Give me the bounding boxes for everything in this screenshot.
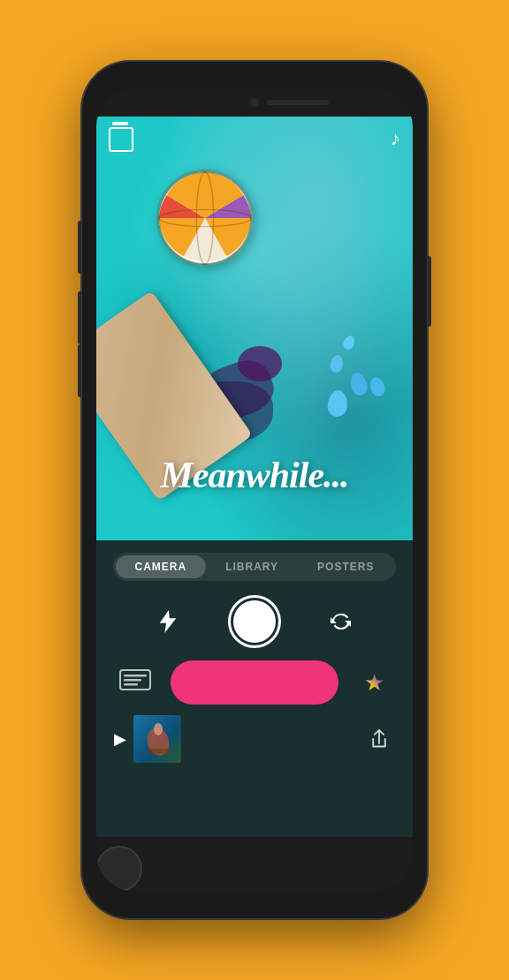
tab-camera[interactable]: CAMERA xyxy=(116,555,207,578)
tab-library[interactable]: LIBRARY xyxy=(206,555,298,578)
play-thumbnail-area[interactable]: ▶ xyxy=(114,715,181,763)
flip-camera-button[interactable] xyxy=(325,606,357,637)
main-screen: ♪ Meanwhile... CAMERA LIBRARY POSTERS xyxy=(96,117,413,837)
svg-rect-6 xyxy=(124,679,141,682)
svg-rect-12 xyxy=(147,749,171,754)
svg-point-11 xyxy=(154,723,163,735)
tab-bar: CAMERA LIBRARY POSTERS xyxy=(113,553,397,581)
message-button[interactable] xyxy=(118,665,153,700)
svg-rect-5 xyxy=(124,675,147,677)
splatter-2 xyxy=(238,346,282,381)
sparkle-button[interactable]: ★ xyxy=(356,665,391,700)
sparkle-star-icon: ★ xyxy=(364,669,384,697)
svg-rect-7 xyxy=(124,683,138,686)
flash-button[interactable] xyxy=(152,606,184,637)
preview-area: ♪ Meanwhile... xyxy=(96,117,413,540)
layers-icon[interactable] xyxy=(109,127,133,152)
play-icon: ▶ xyxy=(114,729,126,749)
bottom-row: ▶ xyxy=(96,715,413,763)
phone-screen: ♪ Meanwhile... CAMERA LIBRARY POSTERS xyxy=(96,88,413,892)
video-thumbnail xyxy=(133,715,181,763)
tab-posters[interactable]: POSTERS xyxy=(298,555,393,578)
home-button[interactable] xyxy=(96,846,142,892)
front-camera-dot xyxy=(250,98,259,107)
controls-area: CAMERA LIBRARY POSTERS xyxy=(96,540,413,837)
record-row: ★ xyxy=(96,660,413,705)
speaker-grille xyxy=(267,100,329,105)
phone-top-bar xyxy=(96,88,413,117)
shutter-button[interactable] xyxy=(228,595,281,648)
overlay-text: Meanwhile... xyxy=(96,454,413,496)
phone-frame: ♪ Meanwhile... CAMERA LIBRARY POSTERS xyxy=(82,62,427,918)
shutter-inner xyxy=(233,600,276,643)
music-icon[interactable]: ♪ xyxy=(391,127,400,150)
record-button[interactable] xyxy=(171,660,338,705)
camera-controls-row xyxy=(96,595,413,648)
beach-ball-sticker xyxy=(156,170,254,267)
share-button[interactable] xyxy=(363,723,395,755)
thumb-bg xyxy=(133,715,181,763)
